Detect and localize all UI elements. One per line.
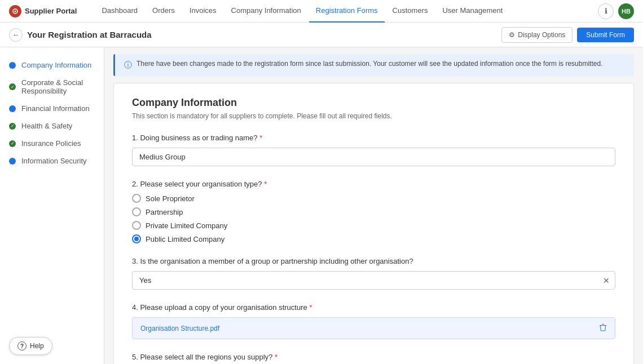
sidebar-label-information-security: Information Security <box>21 157 87 165</box>
app-logo[interactable]: Supplier Portal <box>9 5 77 17</box>
question-1: 1. Doing business as or trading name? * <box>132 134 615 166</box>
group-member-select[interactable]: Yes No <box>132 271 615 290</box>
sidebar-dot-financial-information <box>9 105 16 112</box>
sidebar-dot-information-security <box>9 158 16 165</box>
sidebar-dot-insurance-policies <box>9 140 16 147</box>
top-navigation: Supplier Portal Dashboard Orders Invoice… <box>0 0 643 23</box>
radio-public-limited[interactable]: Public Limited Company <box>132 234 615 243</box>
question-4: 4. Please upload a copy of your organisa… <box>132 303 615 339</box>
subheader-left: ← Your Registration at Barracuda <box>9 28 152 42</box>
trading-name-input[interactable] <box>132 148 615 166</box>
page-title: Your Registration at Barracuda <box>27 30 152 39</box>
help-button[interactable]: ? Help <box>9 337 52 355</box>
nav-invoices[interactable]: Invoices <box>183 0 223 23</box>
help-icon: ? <box>17 341 27 350</box>
file-upload-area: Organisation Structure.pdf <box>132 317 615 339</box>
required-star-1: * <box>259 134 262 142</box>
sidebar-item-insurance-policies[interactable]: Insurance Policies <box>0 135 104 152</box>
required-star-5: * <box>275 353 278 361</box>
info-button[interactable]: ℹ <box>598 3 614 19</box>
sidebar-dot-company-information <box>9 62 16 69</box>
sidebar-label-company-information: Company Information <box>21 61 91 69</box>
sidebar-item-health-safety[interactable]: Health & Safety <box>0 117 104 135</box>
sidebar-label-financial-information: Financial Information <box>21 104 90 113</box>
sidebar-dot-corporate-social <box>9 83 16 90</box>
subheader-right: ⚙ Display Options Submit Form <box>501 27 634 43</box>
nav-company-information[interactable]: Company Information <box>224 0 308 23</box>
nav-customers[interactable]: Customers <box>386 0 435 23</box>
nav-dashboard[interactable]: Dashboard <box>95 0 144 23</box>
gear-icon: ⚙ <box>509 31 515 39</box>
sidebar-item-information-security[interactable]: Information Security <box>0 152 104 170</box>
radio-private-limited[interactable]: Private Limited Company <box>132 221 615 230</box>
form-section-title: Company Information <box>132 97 615 109</box>
sidebar-dot-health-safety <box>9 123 16 130</box>
app-name: Supplier Portal <box>25 7 77 15</box>
alert-banner: ⓘ There have been changes made to the re… <box>113 54 634 76</box>
nav-registration-forms[interactable]: Registration Forms <box>309 0 385 23</box>
radio-label-sole: Sole Proprietor <box>146 194 195 203</box>
logo-icon <box>9 5 21 17</box>
info-icon: ⓘ <box>124 60 132 70</box>
radio-partnership[interactable]: Partnership <box>132 207 615 216</box>
question-2: 2. Please select your organisation type?… <box>132 180 615 243</box>
organisation-type-radio-group: Sole Proprietor Partnership Private Limi… <box>132 194 615 243</box>
nav-user-management[interactable]: User Management <box>435 0 509 23</box>
radio-label-partnership: Partnership <box>146 208 183 216</box>
radio-circle-public <box>132 234 141 243</box>
help-label: Help <box>30 342 44 350</box>
main-layout: Company Information Corporate & Social R… <box>0 47 643 364</box>
sidebar-item-corporate-social[interactable]: Corporate & Social Responsibility <box>0 74 104 100</box>
question-2-label: 2. Please select your organisation type?… <box>132 180 615 188</box>
question-3-label: 3. Is the organisation a member of a gro… <box>132 257 615 265</box>
uploaded-file-link[interactable]: Organisation Structure.pdf <box>140 325 219 332</box>
nav-links: Dashboard Orders Invoices Company Inform… <box>95 0 598 23</box>
alert-message: There have been changes made to the regi… <box>136 60 602 68</box>
question-4-label: 4. Please upload a copy of your organisa… <box>132 303 615 312</box>
display-options-label: Display Options <box>518 31 565 39</box>
nav-orders[interactable]: Orders <box>146 0 182 23</box>
form-area: Company Information This section is mand… <box>113 83 634 364</box>
user-avatar[interactable]: HB <box>618 3 634 19</box>
sidebar: Company Information Corporate & Social R… <box>0 47 104 364</box>
radio-circle-private <box>132 221 141 230</box>
sidebar-label-health-safety: Health & Safety <box>21 122 72 130</box>
svg-rect-3 <box>602 324 604 325</box>
sidebar-label-insurance-policies: Insurance Policies <box>21 139 81 148</box>
required-star-4: * <box>309 303 312 312</box>
main-content: ⓘ There have been changes made to the re… <box>104 47 643 364</box>
svg-point-1 <box>15 10 16 12</box>
radio-circle-partnership <box>132 207 141 216</box>
file-delete-button[interactable] <box>599 323 607 333</box>
select-clear-button[interactable]: ✕ <box>603 276 610 285</box>
question-3: 3. Is the organisation a member of a gro… <box>132 257 615 290</box>
radio-circle-sole <box>132 194 141 203</box>
required-star-2: * <box>264 180 267 188</box>
display-options-button[interactable]: ⚙ Display Options <box>501 27 572 43</box>
group-member-select-wrapper: Yes No ✕ <box>132 271 615 290</box>
form-section-desc: This section is mandatory for all suppli… <box>132 112 615 120</box>
topnav-right: ℹ HB <box>598 3 634 19</box>
radio-label-private: Private Limited Company <box>146 221 227 230</box>
question-1-label: 1. Doing business as or trading name? * <box>132 134 615 142</box>
submit-form-button[interactable]: Submit Form <box>577 28 634 42</box>
back-button[interactable]: ← <box>9 28 23 42</box>
sidebar-item-company-information[interactable]: Company Information <box>0 56 104 74</box>
radio-label-public: Public Limited Company <box>146 235 224 243</box>
question-5-label: 5. Please select all the regions you sup… <box>132 353 615 361</box>
subheader: ← Your Registration at Barracuda ⚙ Displ… <box>0 23 643 47</box>
radio-sole-proprietor[interactable]: Sole Proprietor <box>132 194 615 203</box>
sidebar-label-corporate-social: Corporate & Social Responsibility <box>21 78 95 95</box>
svg-rect-2 <box>600 325 606 326</box>
question-5: 5. Please select all the regions you sup… <box>132 353 615 364</box>
sidebar-item-financial-information[interactable]: Financial Information <box>0 100 104 117</box>
